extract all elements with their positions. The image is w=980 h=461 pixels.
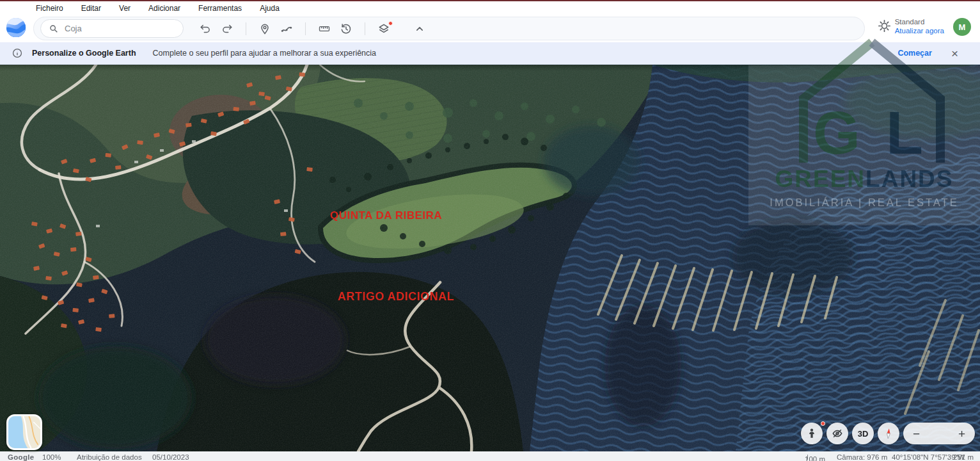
compass[interactable]: [878, 423, 899, 444]
zoom-in-button[interactable]: +: [958, 428, 965, 440]
draw-path-icon[interactable]: [280, 22, 293, 35]
zoom-out-button[interactable]: −: [913, 428, 920, 440]
layers-notification-dot: [388, 21, 393, 26]
subscription-tier: Standard: [895, 17, 944, 26]
tool-icons: [199, 22, 426, 35]
camera-altitude: Câmara: 976 m: [837, 453, 887, 461]
redo-icon[interactable]: [221, 22, 233, 35]
search-icon: [49, 24, 59, 34]
menu-ver[interactable]: Ver: [119, 4, 130, 13]
pegman-street-view-button[interactable]: [801, 423, 823, 444]
undo-icon[interactable]: [199, 22, 212, 35]
ui-zoom-level: 100%: [42, 453, 61, 461]
google-earth-logo-icon[interactable]: [5, 17, 27, 38]
menu-adicionar[interactable]: Adicionar: [148, 4, 180, 13]
info-icon: [12, 47, 23, 59]
menu-ferramentas[interactable]: Ferramentas: [198, 4, 242, 13]
personalize-banner: Personalize o Google Earth Complete o se…: [0, 42, 980, 65]
map-style-toggle[interactable]: [6, 414, 42, 450]
settings-gear-icon[interactable]: [877, 19, 892, 33]
google-earth-window: Ficheiro Editar Ver Adicionar Ferramenta…: [0, 0, 980, 461]
toolbar: [0, 15, 980, 42]
google-logotype: Google: [8, 453, 34, 461]
map-controls: 3D − +: [801, 423, 975, 444]
placemark-pin-icon[interactable]: [258, 22, 271, 35]
map-viewport: [0, 65, 980, 451]
toolbar-divider: [365, 22, 365, 35]
menu-ficheiro[interactable]: Ficheiro: [36, 4, 63, 13]
banner-start-button[interactable]: Começar: [897, 49, 932, 58]
menu-ajuda[interactable]: Ajuda: [260, 4, 280, 13]
toolbar-divider: [246, 22, 246, 35]
collapse-toolbar-chevron-icon[interactable]: [413, 22, 426, 35]
banner-close-icon[interactable]: ×: [951, 47, 958, 60]
search-and-tools-shell: [33, 17, 865, 40]
search-input[interactable]: [65, 24, 167, 33]
layers-icon[interactable]: [377, 22, 390, 35]
terrain-elevation: 251 m: [953, 453, 974, 461]
banner-message: Complete o seu perfil para ajudar a melh…: [153, 49, 377, 58]
subscription-status[interactable]: Standard Atualizar agora: [895, 17, 944, 36]
scale-indicator: 100 m: [805, 453, 808, 461]
banner-title: Personalize o Google Earth: [32, 49, 136, 58]
toolbar-divider: [305, 22, 306, 35]
historical-imagery-icon[interactable]: [340, 22, 352, 35]
hide-labels-button[interactable]: [826, 423, 848, 444]
menu-bar: Ficheiro Editar Ver Adicionar Ferramenta…: [0, 1, 980, 15]
update-now-link[interactable]: Atualizar agora: [895, 26, 944, 35]
satellite-map[interactable]: [0, 65, 980, 451]
zoom-control: − +: [903, 423, 975, 444]
menu-editar[interactable]: Editar: [81, 4, 101, 13]
measure-ruler-icon[interactable]: [318, 22, 331, 35]
3d-mode-button[interactable]: 3D: [852, 423, 874, 444]
status-bar: Google 100% Atribuição de dados 05/10/20…: [0, 451, 980, 461]
search-box[interactable]: [40, 19, 184, 38]
imagery-date: 05/10/2023: [152, 453, 189, 461]
data-attribution-link[interactable]: Atribuição de dados: [77, 453, 142, 461]
pegman-notification-dot: [821, 421, 825, 426]
account-avatar[interactable]: M: [953, 18, 971, 36]
